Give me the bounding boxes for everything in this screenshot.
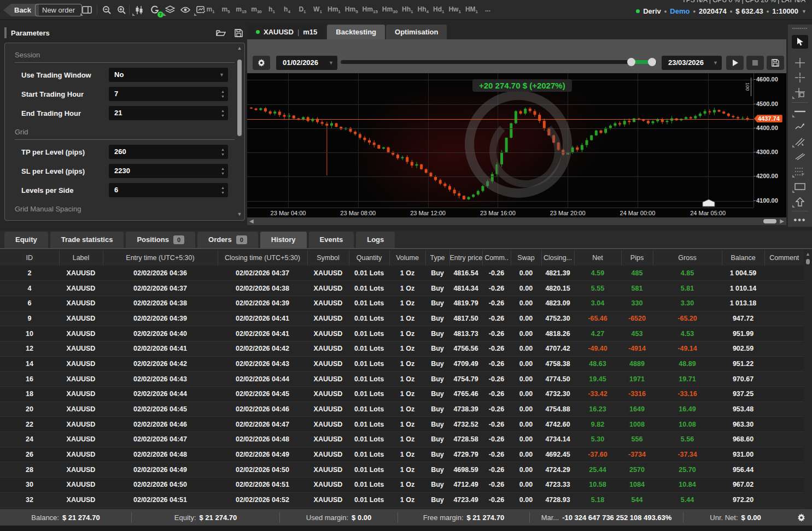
tab-events[interactable]: Events — [309, 232, 354, 248]
column-header[interactable]: Quantity — [349, 250, 389, 266]
table-row[interactable]: 26XAUUSD02/02/2026 04:4802/02/2026 04:49… — [0, 447, 804, 462]
tab-logs[interactable]: Logs — [356, 232, 395, 248]
table-row[interactable]: 2XAUUSD02/02/2026 04:3602/02/2026 04:37X… — [0, 266, 804, 281]
rectangle-tool-icon[interactable] — [792, 180, 808, 193]
crosshair-tool-icon[interactable] — [792, 56, 808, 70]
parallel-channel-tool-icon[interactable] — [792, 150, 808, 163]
timeframe-Hm1[interactable]: Hm1 — [326, 3, 342, 16]
table-row[interactable]: 4XAUUSD02/02/2026 04:3702/02/2026 04:38X… — [0, 281, 804, 296]
stop-icon[interactable] — [746, 56, 764, 70]
candlestick-plot[interactable]: +20 274.70 $ (+2027%) 100 — [247, 73, 753, 208]
eye-icon[interactable] — [178, 3, 192, 16]
column-header[interactable]: Closing... — [541, 250, 574, 266]
timeframe-Hm5[interactable]: Hm5 — [343, 3, 360, 16]
table-row[interactable]: 30XAUUSD02/02/2026 04:5002/02/2026 04:51… — [0, 477, 804, 493]
column-header[interactable]: Entry price — [449, 250, 482, 266]
timeframe-Hm15[interactable]: Hm15 — [361, 3, 379, 16]
trend-lines-tool-icon[interactable] — [792, 135, 808, 149]
new-order-button[interactable]: New order — [35, 4, 82, 16]
time-axis[interactable]: 23 Mar 04:0023 Mar 08:0023 Mar 12:0023 M… — [247, 208, 753, 217]
table-row[interactable]: 12XAUUSD02/02/2026 04:4102/02/2026 04:42… — [0, 341, 804, 356]
playhead-flag-marker[interactable] — [702, 199, 715, 207]
layout-icon[interactable] — [80, 3, 94, 16]
candles-icon[interactable] — [132, 3, 146, 16]
table-row[interactable]: 18XAUUSD02/02/2026 04:4402/02/2026 04:45… — [0, 387, 804, 402]
timeframe-m5[interactable]: m5 — [219, 3, 233, 16]
scroll-right-arrow[interactable]: ▶ — [780, 217, 784, 225]
zoom-in-icon[interactable] — [114, 3, 128, 16]
panel-drag-handle[interactable] — [4, 27, 7, 38]
scroll-up-arrow[interactable]: ▲ — [236, 45, 243, 51]
timeframe-m15[interactable]: m15 — [234, 3, 248, 16]
param-input[interactable]: 6▲▼ — [109, 183, 228, 197]
status-gear-icon[interactable] — [790, 513, 812, 522]
tab-equity[interactable]: Equity — [4, 232, 48, 248]
column-header[interactable]: Volume — [389, 250, 425, 266]
timeframe-Hh1[interactable]: Hh1 — [400, 3, 414, 16]
cursor-tool-icon[interactable] — [792, 35, 808, 49]
tab-orders[interactable]: Orders0 — [197, 232, 258, 248]
save-icon[interactable] — [767, 56, 784, 70]
account-info[interactable]: Deriv • Demo • 2020474 • $ 632.43 • 1:10… — [636, 7, 807, 15]
save-preset-icon[interactable] — [232, 27, 245, 38]
timeframe-m30[interactable]: m30 — [249, 3, 264, 16]
tab-history[interactable]: History — [260, 232, 307, 248]
table-row[interactable]: 24XAUUSD02/02/2026 04:4702/02/2026 04:48… — [0, 432, 804, 447]
range-handle-left[interactable] — [627, 58, 635, 66]
table-scroll-up[interactable]: ▲ — [804, 250, 812, 258]
scroll-thumb[interactable] — [237, 60, 242, 136]
tab-optimisation[interactable]: Optimisation — [386, 25, 447, 39]
chart-horizontal-scrollbar[interactable]: ◀ ▶ — [247, 217, 786, 225]
table-row[interactable]: 6XAUUSD02/02/2026 04:3802/02/2026 04:39X… — [0, 296, 804, 311]
scroll-left-arrow[interactable]: ◀ — [249, 217, 254, 225]
table-row[interactable]: 14XAUUSD02/02/2026 04:4202/02/2026 04:43… — [0, 356, 804, 371]
date-range-slider[interactable] — [341, 60, 657, 64]
column-header[interactable]: Comment — [764, 250, 804, 266]
tab-positions[interactable]: Positions0 — [126, 232, 195, 248]
column-header[interactable]: Pips — [621, 250, 653, 266]
timeframe-D1[interactable]: D1 — [295, 3, 309, 16]
table-row[interactable]: 10XAUUSD02/02/2026 04:4002/02/2026 04:41… — [0, 326, 804, 341]
column-header[interactable]: Swap — [511, 250, 541, 266]
timeframe-Hh4[interactable]: Hh4 — [416, 3, 430, 16]
indicators-icon[interactable]: 7 — [148, 3, 162, 16]
timeframe-Hw1[interactable]: Hw1 — [447, 3, 462, 16]
end-date-select[interactable]: 23/03/2026▼ — [662, 56, 722, 70]
scale-indicator[interactable]: 100 — [745, 78, 751, 96]
scroll-down-arrow[interactable]: ▼ — [236, 211, 243, 217]
timeframe-more[interactable]: ... — [481, 3, 495, 16]
load-preset-icon[interactable] — [214, 27, 227, 38]
param-input[interactable]: 21▲▼ — [109, 106, 228, 120]
fibonacci-tool-icon[interactable]: F — [792, 165, 808, 179]
table-row[interactable]: 28XAUUSD02/02/2026 04:4902/02/2026 04:50… — [0, 462, 804, 477]
column-header[interactable]: Type — [425, 250, 449, 266]
column-header[interactable]: Balance — [722, 250, 764, 266]
back-button[interactable]: Back — [3, 4, 39, 16]
tab-backtesting[interactable]: Backtesting — [327, 25, 385, 39]
column-header[interactable]: ID — [0, 250, 59, 266]
parameters-scrollbar[interactable]: ▲ ▼ — [236, 45, 243, 217]
history-table[interactable]: IDLabelEntry time (UTC+5:30)Closing time… — [0, 250, 804, 508]
table-scroll-thumb[interactable] — [806, 259, 810, 264]
timeframe-W1[interactable]: W1 — [311, 3, 325, 16]
table-scrollbar[interactable]: ▲ — [804, 250, 812, 508]
play-icon[interactable] — [726, 56, 744, 70]
timeframe-h4[interactable]: h4 — [280, 3, 294, 16]
layers-icon[interactable] — [163, 3, 177, 16]
zoom-out-icon[interactable] — [100, 3, 114, 16]
param-input[interactable]: 260▲▼ — [109, 145, 228, 159]
table-row[interactable]: 32XAUUSD02/02/2026 04:5102/02/2026 04:52… — [0, 492, 804, 508]
column-header[interactable]: Symbol — [307, 250, 349, 266]
table-row[interactable]: 16XAUUSD02/02/2026 04:4302/02/2026 04:44… — [0, 371, 804, 387]
table-row[interactable]: 20XAUUSD02/02/2026 04:4502/02/2026 04:46… — [0, 402, 804, 417]
timeframe-HM1[interactable]: HM1 — [464, 3, 480, 16]
param-input[interactable]: 7▲▼ — [109, 87, 228, 101]
crosshair-snap-tool-icon[interactable] — [792, 71, 808, 85]
crosshair-box-tool-icon[interactable] — [792, 86, 808, 100]
horizontal-line-tool-icon[interactable] — [792, 104, 808, 118]
table-row[interactable]: 22XAUUSD02/02/2026 04:4602/02/2026 04:47… — [0, 417, 804, 432]
timeframe-m1[interactable]: m1 — [203, 3, 218, 16]
tab-trade-statistics[interactable]: Trade statistics — [50, 232, 124, 248]
gear-icon[interactable] — [253, 56, 270, 70]
chart-scroll-thumb[interactable] — [763, 219, 776, 223]
